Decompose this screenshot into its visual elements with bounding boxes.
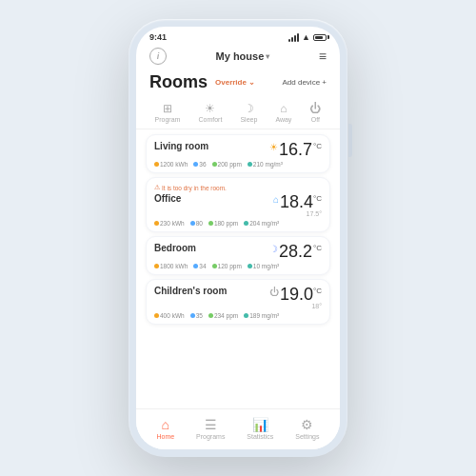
room-card-bedroom[interactable]: Bedroom ☽ 28.2 °C 1800 kWh 34 xyxy=(146,236,330,275)
page-title-row: Rooms Override ⌄ Add device + xyxy=(136,70,340,96)
signal-bar-4 xyxy=(297,33,299,42)
wifi-icon: ▲ xyxy=(302,32,310,42)
stat-dot-teal xyxy=(244,313,248,318)
signal-bar-2 xyxy=(291,37,293,42)
override-badge[interactable]: Override ⌄ xyxy=(215,78,255,87)
stat-humidity: 34 xyxy=(193,263,206,269)
stat-co2: 200 ppm xyxy=(212,161,242,168)
stat-pm: 189 mg/m³ xyxy=(244,312,279,319)
room-card-living-room[interactable]: Living room ☀ 16.7 °C 1200 kWh 36 xyxy=(146,134,330,173)
stat-humidity: 35 xyxy=(190,312,203,319)
room-temp-area: ⌂ 18.4 °C 17.5° xyxy=(273,193,322,217)
info-icon[interactable]: i xyxy=(149,48,167,65)
tab-comfort[interactable]: ☀ Comfort xyxy=(192,100,228,125)
phone-screen: 9:41 ▲ i My house ▾ ≡ xyxy=(136,27,340,449)
off-icon: ⏻ xyxy=(309,102,321,115)
stat-dot-teal xyxy=(248,162,252,167)
stat-pm: 10 mg/m³ xyxy=(248,263,279,269)
room-mode-icon: ☽ xyxy=(269,244,278,254)
home-label: Home xyxy=(156,433,174,440)
stat-co2: 120 ppm xyxy=(212,263,242,269)
stat-dot-green xyxy=(208,221,213,226)
sleep-icon: ☽ xyxy=(244,102,254,115)
room-temp: 16.7 xyxy=(279,141,312,158)
stat-pm: 204 mg/m³ xyxy=(244,220,279,227)
stat-kwh: 400 kWh xyxy=(154,312,185,319)
stat-dot-green xyxy=(212,162,217,167)
alert-icon: ⚠ xyxy=(154,184,160,191)
nav-programs[interactable]: ☰ Programs xyxy=(190,415,230,442)
settings-icon: ⚙ xyxy=(301,417,313,432)
tab-away[interactable]: ⌂ Away xyxy=(269,100,297,125)
app-header: i My house ▾ ≡ xyxy=(136,44,340,70)
settings-label: Settings xyxy=(295,433,319,440)
room-temp-area: ⏻ 19.0 °C 18° xyxy=(269,286,322,309)
room-stats: 1800 kWh 34 120 ppm 10 mg/m³ xyxy=(154,263,322,269)
stat-co2: 180 ppm xyxy=(208,220,238,227)
signal-bar-1 xyxy=(288,39,290,42)
room-temp-unit: °C xyxy=(313,194,322,203)
stat-pm: 210 mg/m³ xyxy=(248,161,283,168)
room-temp-area: ☀ 16.7 °C xyxy=(269,141,322,158)
page-title: Rooms xyxy=(149,72,208,92)
room-temp: 28.2 xyxy=(279,243,312,260)
stat-dot-teal xyxy=(248,264,252,268)
stat-co2: 234 ppm xyxy=(208,312,238,319)
bottom-nav: ⌂ Home ☰ Programs 📊 Statistics ⚙ Setting… xyxy=(136,408,340,449)
mode-tabs: ⊞ Program ☀ Comfort ☽ Sleep ⌂ Away ⏻ Off xyxy=(136,96,340,129)
tab-sleep[interactable]: ☽ Sleep xyxy=(234,100,263,125)
room-name: Bedroom xyxy=(154,243,196,253)
room-temp: 19.0 xyxy=(280,286,313,303)
room-mode-icon: ⌂ xyxy=(273,194,279,205)
nav-settings[interactable]: ⚙ Settings xyxy=(289,415,325,442)
program-icon: ⊞ xyxy=(163,102,172,115)
room-temp-unit: °C xyxy=(313,142,322,150)
header-title[interactable]: My house ▾ xyxy=(216,50,270,62)
room-stats: 1200 kWh 36 200 ppm 210 mg/m³ xyxy=(154,161,322,168)
away-label: Away xyxy=(275,116,291,123)
room-header: Bedroom ☽ 28.2 °C xyxy=(154,243,322,260)
stat-dot-green xyxy=(212,264,217,268)
stat-kwh: 1800 kWh xyxy=(154,263,188,269)
time: 9:41 xyxy=(149,32,167,42)
statistics-icon: 📊 xyxy=(252,417,268,432)
room-card-childrens-room[interactable]: Children's room ⏻ 19.0 °C 18° xyxy=(146,279,330,325)
room-mode-icon: ⏻ xyxy=(269,287,279,297)
signal-bar-3 xyxy=(294,35,296,42)
nav-home[interactable]: ⌂ Home xyxy=(150,415,180,442)
tab-off[interactable]: ⏻ Off xyxy=(304,100,327,125)
status-icons: ▲ xyxy=(288,32,327,42)
stat-dot-blue xyxy=(193,162,198,167)
battery-fill xyxy=(315,36,323,39)
room-temp-target: 18° xyxy=(280,303,322,309)
off-label: Off xyxy=(311,116,320,123)
room-name: Living room xyxy=(154,141,208,151)
comfort-label: Comfort xyxy=(198,116,222,123)
stat-humidity: 80 xyxy=(190,220,203,227)
tab-program[interactable]: ⊞ Program xyxy=(149,100,187,125)
program-label: Program xyxy=(155,116,181,123)
menu-icon[interactable]: ≡ xyxy=(319,49,327,64)
sleep-label: Sleep xyxy=(240,116,257,123)
stat-humidity: 36 xyxy=(193,161,206,168)
room-stats: 230 kWh 80 180 ppm 204 mg/m³ xyxy=(154,220,322,227)
room-card-office[interactable]: ⚠ It is too dry in the room. Office ⌂ 18… xyxy=(146,177,330,232)
home-icon: ⌂ xyxy=(162,417,169,432)
room-temp-unit: °C xyxy=(313,287,322,295)
alert-message: ⚠ It is too dry in the room. xyxy=(154,184,322,191)
stat-dot-orange xyxy=(154,162,159,167)
stat-kwh: 1200 kWh xyxy=(154,161,188,168)
nav-statistics[interactable]: 📊 Statistics xyxy=(241,415,279,442)
stat-dot-orange xyxy=(154,313,159,318)
room-header: Office ⌂ 18.4 °C 17.5° xyxy=(154,193,322,217)
room-name: Children's room xyxy=(154,286,227,296)
statistics-label: Statistics xyxy=(247,433,273,440)
stat-dot-blue xyxy=(193,264,198,268)
rooms-list: Living room ☀ 16.7 °C 1200 kWh 36 xyxy=(136,129,340,408)
side-button xyxy=(348,124,352,157)
stat-dot-blue xyxy=(190,313,195,318)
room-stats: 400 kWh 35 234 ppm 189 mg/m³ xyxy=(154,312,322,319)
away-icon: ⌂ xyxy=(280,102,287,115)
add-device-button[interactable]: Add device + xyxy=(283,78,327,87)
stat-dot-blue xyxy=(190,221,195,226)
